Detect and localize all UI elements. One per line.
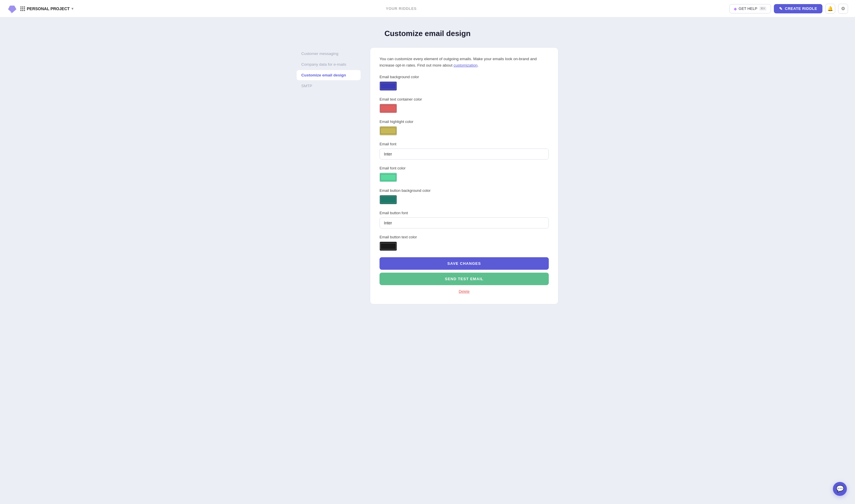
project-selector[interactable]: PERSONAL PROJECT ▾ <box>20 6 73 11</box>
color-picker-font[interactable] <box>380 173 397 182</box>
keyboard-shortcut: ⌘K <box>759 6 767 11</box>
project-name: PERSONAL PROJECT <box>27 6 70 11</box>
grid-icon <box>20 6 25 11</box>
sidebar-item-customize-email[interactable]: Customize email design <box>297 70 361 80</box>
edit-icon: ✎ <box>779 6 783 11</box>
info-text: You can customize every element of outgo… <box>380 56 549 68</box>
header-right: ◆ GET HELP ⌘K ✎ CREATE RIDDLE 🔔 ⚙ <box>729 4 848 14</box>
send-test-email-button[interactable]: SEND TEST EMAIL <box>380 273 549 285</box>
color-picker-btn-text[interactable] <box>380 241 397 251</box>
color-picker-btn-bg[interactable] <box>380 195 397 204</box>
font-input[interactable] <box>380 148 549 160</box>
settings-gear-button[interactable]: ⚙ <box>838 4 848 14</box>
field-label-btn-bg: Email button background color <box>380 188 549 193</box>
color-picker-highlight[interactable] <box>380 126 397 136</box>
sidebar-item-company-data[interactable]: Company data for e-mails <box>297 59 361 70</box>
get-help-button[interactable]: ◆ GET HELP ⌘K <box>729 4 771 13</box>
color-picker-text-container[interactable] <box>380 104 397 113</box>
chat-bubble-button[interactable]: 💬 <box>833 482 847 496</box>
nav-center[interactable]: YOUR RIDDLES <box>386 6 417 11</box>
field-font: Email font <box>380 142 549 160</box>
help-diamond-icon: ◆ <box>734 6 737 11</box>
field-label-font: Email font <box>380 142 549 146</box>
create-riddle-button[interactable]: ✎ CREATE RIDDLE <box>774 4 822 13</box>
header-left: PERSONAL PROJECT ▾ <box>7 3 73 14</box>
header: PERSONAL PROJECT ▾ YOUR RIDDLES ◆ GET HE… <box>0 0 855 17</box>
delete-button[interactable]: Delete <box>380 288 549 295</box>
logo <box>7 3 17 14</box>
sidebar-item-customer-messaging[interactable]: Customer messaging <box>297 49 361 59</box>
sidebar-nav: Customer messaging Company data for e-ma… <box>297 47 361 304</box>
field-bg-color: Email background color <box>380 75 549 91</box>
field-text-container-color: Email text container color <box>380 97 549 113</box>
field-highlight-color: Email highlight color <box>380 120 549 136</box>
field-btn-text-color: Email button text color <box>380 235 549 251</box>
form-panel: You can customize every element of outgo… <box>370 47 558 304</box>
chevron-down-icon: ▾ <box>72 7 73 11</box>
field-label-font-color: Email font color <box>380 166 549 170</box>
sidebar-item-smtp[interactable]: SMTP <box>297 81 361 91</box>
save-changes-button[interactable]: SAVE CHANGES <box>380 257 549 270</box>
field-label-btn-font: Email button font <box>380 211 549 215</box>
color-picker-bg[interactable] <box>380 82 397 91</box>
create-riddle-label: CREATE RIDDLE <box>785 6 817 11</box>
page-title: Customize email design <box>384 29 471 38</box>
main-content: Customize email design Customer messagin… <box>0 17 855 328</box>
field-label-text-container: Email text container color <box>380 97 549 102</box>
field-btn-bg-color: Email button background color <box>380 188 549 204</box>
field-label-btn-text-color: Email button text color <box>380 235 549 239</box>
btn-font-input[interactable] <box>380 217 549 229</box>
field-label-bg-color: Email background color <box>380 75 549 79</box>
notification-bell-button[interactable]: 🔔 <box>825 4 835 14</box>
customization-link[interactable]: customization <box>453 63 477 68</box>
chat-icon: 💬 <box>836 485 844 493</box>
field-btn-font: Email button font <box>380 211 549 229</box>
field-font-color: Email font color <box>380 166 549 182</box>
get-help-label: GET HELP <box>739 6 757 11</box>
content-wrapper: Customer messaging Company data for e-ma… <box>297 47 558 304</box>
field-label-highlight: Email highlight color <box>380 120 549 124</box>
